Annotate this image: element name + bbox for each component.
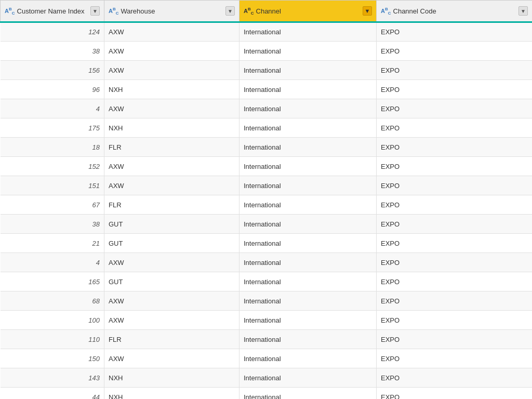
table-row: 96NXHInternationalEXPO <box>1 80 533 99</box>
table-row: 152AXWInternationalEXPO <box>1 157 533 176</box>
cell-channel-code: EXPO <box>377 349 533 368</box>
cell-channel-code: EXPO <box>377 195 533 215</box>
col-label-customer-name-index: Customer Name Index <box>17 7 85 15</box>
cell-channel: International <box>240 176 377 195</box>
cell-customer-index: 38 <box>1 215 104 234</box>
cell-customer-index: 151 <box>1 176 104 195</box>
cell-warehouse: NXH <box>104 118 240 138</box>
cell-warehouse: AXW <box>104 99 240 118</box>
table-row: 68AXWInternationalEXPO <box>1 291 533 311</box>
cell-customer-index: 152 <box>1 157 104 176</box>
cell-customer-index: 4 <box>1 99 104 118</box>
cell-channel: International <box>240 157 377 176</box>
cell-customer-index: 156 <box>1 61 104 80</box>
cell-warehouse: AXW <box>104 311 240 330</box>
table-row: 100AXWInternationalEXPO <box>1 311 533 330</box>
cell-channel-code: EXPO <box>377 99 533 118</box>
abc-icon-warehouse: ABC <box>109 7 119 16</box>
cell-channel-code: EXPO <box>377 138 533 157</box>
cell-channel-code: EXPO <box>377 80 533 99</box>
table-row: 110FLRInternationalEXPO <box>1 330 533 349</box>
table-row: 156AXWInternationalEXPO <box>1 61 533 80</box>
cell-customer-index: 44 <box>1 388 104 400</box>
cell-channel-code: EXPO <box>377 234 533 253</box>
cell-channel-code: EXPO <box>377 253 533 272</box>
cell-warehouse: AXW <box>104 291 240 311</box>
cell-customer-index: 18 <box>1 138 104 157</box>
table-row: 18FLRInternationalEXPO <box>1 138 533 157</box>
cell-channel: International <box>240 61 377 80</box>
cell-warehouse: AXW <box>104 349 240 368</box>
cell-customer-index: 143 <box>1 368 104 388</box>
cell-channel: International <box>240 330 377 349</box>
cell-channel-code: EXPO <box>377 388 533 400</box>
cell-channel: International <box>240 22 377 42</box>
cell-customer-index: 67 <box>1 195 104 215</box>
cell-channel-code: EXPO <box>377 272 533 291</box>
table-row: 151AXWInternationalEXPO <box>1 176 533 195</box>
col-header-warehouse: ABC Warehouse ▼ <box>104 1 240 22</box>
cell-customer-index: 68 <box>1 291 104 311</box>
cell-warehouse: AXW <box>104 22 240 42</box>
table-row: 124AXWInternationalEXPO <box>1 22 533 42</box>
cell-warehouse: AXW <box>104 253 240 272</box>
cell-channel: International <box>240 291 377 311</box>
col-dropdown-warehouse[interactable]: ▼ <box>225 6 235 16</box>
cell-warehouse: GUT <box>104 234 240 253</box>
col-header-channel: ABC Channel ▼ <box>240 1 377 22</box>
cell-warehouse: FLR <box>104 195 240 215</box>
cell-channel-code: EXPO <box>377 330 533 349</box>
cell-channel-code: EXPO <box>377 42 533 61</box>
cell-channel: International <box>240 118 377 138</box>
col-dropdown-channel-code[interactable]: ▼ <box>518 6 528 16</box>
table-row: 38AXWInternationalEXPO <box>1 42 533 61</box>
cell-channel: International <box>240 195 377 215</box>
abc-icon-customer: ABC <box>5 7 15 16</box>
table-row: 143NXHInternationalEXPO <box>1 368 533 388</box>
data-table-container: ABC Customer Name Index ▼ ABC <box>0 0 532 399</box>
table-row: 44NXHInternationalEXPO <box>1 388 533 400</box>
cell-warehouse: NXH <box>104 80 240 99</box>
filter-icon-channel[interactable]: ▼ <box>363 6 372 16</box>
col-label-channel-code: Channel Code <box>393 7 436 15</box>
cell-customer-index: 150 <box>1 349 104 368</box>
cell-warehouse: AXW <box>104 157 240 176</box>
cell-channel-code: EXPO <box>377 291 533 311</box>
cell-warehouse: AXW <box>104 176 240 195</box>
cell-channel-code: EXPO <box>377 22 533 42</box>
cell-customer-index: 165 <box>1 272 104 291</box>
cell-customer-index: 21 <box>1 234 104 253</box>
table-row: 150AXWInternationalEXPO <box>1 349 533 368</box>
cell-channel: International <box>240 234 377 253</box>
cell-warehouse: NXH <box>104 388 240 400</box>
cell-warehouse: FLR <box>104 138 240 157</box>
cell-channel: International <box>240 272 377 291</box>
cell-customer-index: 124 <box>1 22 104 42</box>
cell-customer-index: 4 <box>1 253 104 272</box>
cell-channel: International <box>240 42 377 61</box>
table-row: 165GUTInternationalEXPO <box>1 272 533 291</box>
cell-channel-code: EXPO <box>377 157 533 176</box>
cell-channel: International <box>240 138 377 157</box>
cell-channel: International <box>240 215 377 234</box>
table-row: 67FLRInternationalEXPO <box>1 195 533 215</box>
table-row: 21GUTInternationalEXPO <box>1 234 533 253</box>
cell-warehouse: GUT <box>104 215 240 234</box>
cell-warehouse: AXW <box>104 61 240 80</box>
table-row: 4AXWInternationalEXPO <box>1 99 533 118</box>
col-label-warehouse: Warehouse <box>121 7 155 15</box>
table-body: 124AXWInternationalEXPO38AXWInternationa… <box>1 22 533 400</box>
abc-icon-channel-code: ABC <box>381 7 391 16</box>
cell-warehouse: NXH <box>104 368 240 388</box>
cell-channel-code: EXPO <box>377 368 533 388</box>
abc-icon-channel: ABC <box>244 7 254 16</box>
col-dropdown-customer[interactable]: ▼ <box>90 6 100 16</box>
table-row: 175NXHInternationalEXPO <box>1 118 533 138</box>
col-label-channel: Channel <box>256 7 281 15</box>
col-header-customer-name-index: ABC Customer Name Index ▼ <box>1 1 104 22</box>
cell-channel: International <box>240 349 377 368</box>
cell-channel: International <box>240 253 377 272</box>
cell-warehouse: GUT <box>104 272 240 291</box>
cell-channel-code: EXPO <box>377 118 533 138</box>
cell-customer-index: 96 <box>1 80 104 99</box>
